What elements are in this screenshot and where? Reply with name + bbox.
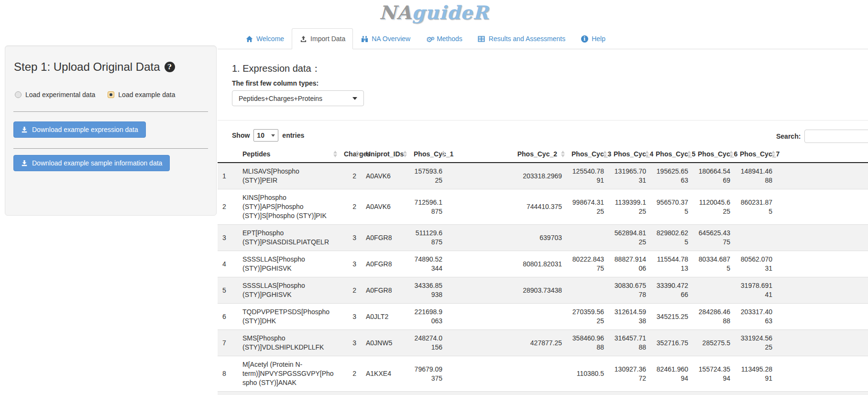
value-cell: 956570.375: [651, 189, 693, 225]
table-header-row: PeptidesChargesUniprot_IDsPhos_Cyc_1Phos…: [218, 146, 868, 163]
expression-data-table: PeptidesChargesUniprot_IDsPhos_Cyc_1Phos…: [218, 146, 868, 395]
binoculars-icon: [361, 35, 368, 43]
column-header-phos_cyc_6[interactable]: Phos_Cyc_6: [693, 146, 735, 163]
radio-checked-icon[interactable]: [108, 91, 114, 98]
question-circle-icon[interactable]: ?: [165, 62, 175, 72]
value-cell: 312614.5938: [609, 304, 651, 330]
column-header-phos_cyc_2[interactable]: Phos_Cyc_2: [447, 146, 567, 163]
peptide-cell: TQDPVPPETPSDS[Phospho (STY)]DHK: [238, 304, 339, 330]
row-number-cell: 4: [218, 251, 238, 277]
value-cell: 860231.875: [735, 189, 777, 225]
download-icon: [21, 126, 28, 133]
value-cell: 562894.8125: [609, 225, 651, 251]
table-icon: [478, 35, 485, 43]
value-cell: 427877.25: [447, 330, 567, 356]
download-example-sample-info-label: Download example sample information data: [32, 159, 162, 167]
column-header-label: Phos_Cyc_2: [517, 150, 557, 158]
value-cell: 358460.9688: [567, 330, 609, 356]
value-cell: 352716.75: [651, 330, 693, 356]
value-cell: 115544.7813: [651, 251, 693, 277]
column-header-rownum: [218, 146, 238, 163]
tab-label: Import Data: [310, 35, 345, 43]
filler-cell: [777, 163, 868, 189]
filler-cell: [777, 277, 868, 304]
table-row: 1MLISAVS[Phospho (STY)]PEIR2A0AVK6157593…: [218, 163, 868, 189]
radio-label: Load experimental data: [25, 91, 95, 99]
value-cell: 31978.69141: [735, 277, 777, 304]
column-header-uniprot_ids[interactable]: Uniprot_IDs: [361, 146, 409, 163]
table-row: 2KINS[Phospho (STY)]APS[Phospho (STY)]S[…: [218, 189, 868, 225]
value-cell: 74890.52344: [409, 251, 447, 277]
tab-label: NA Overview: [372, 35, 410, 43]
column-types-select[interactable]: Peptides+Charges+Proteins: [232, 90, 364, 106]
radio-unchecked-icon[interactable]: [15, 91, 22, 98]
value-cell: 221698.9063: [409, 304, 447, 330]
value-cell: 248274.0156: [409, 330, 447, 356]
value-cell: 829802.625: [651, 225, 693, 251]
radio-load-experimental-data[interactable]: Load experimental data: [15, 91, 95, 99]
filler-cell: [777, 189, 868, 225]
column-header-phos_cyc_7[interactable]: Phos_Cyc_7: [735, 146, 777, 163]
tab-na-overview[interactable]: NA Overview: [353, 28, 418, 49]
uniprot-id-cell: [361, 392, 409, 395]
value-cell: [447, 392, 567, 395]
uniprot-id-cell: A0AVK6: [361, 189, 409, 225]
sidebar-divider: [13, 111, 208, 112]
download-example-expression-label: Download example expression data: [32, 126, 138, 133]
row-number-cell: 8: [218, 356, 238, 392]
table-row: 5SSSSLLAS[Phospho (STY)]PGHISVK2A0FGR834…: [218, 277, 868, 304]
value-cell: 1139399.125: [609, 189, 651, 225]
value-cell: 80222.84375: [567, 251, 609, 277]
value-cell: 203317.4063: [735, 304, 777, 330]
download-example-sample-info-button[interactable]: Download example sample information data: [13, 155, 170, 171]
column-header-phos_cyc_1[interactable]: Phos_Cyc_1: [409, 146, 447, 163]
value-cell: 284286.4688: [693, 304, 735, 330]
filler-cell: [777, 251, 868, 277]
radio-label: Load example data: [118, 91, 175, 99]
peptide-cell: M[Acetyl (Protein N-term)]NPVYSPGSSGVPY[…: [238, 356, 339, 392]
column-types-label: The first few column types:: [232, 79, 319, 87]
uniprot-id-cell: A0FGR8: [361, 251, 409, 277]
value-cell: 80334.6875: [693, 251, 735, 277]
value-cell: 125540.7891: [567, 163, 609, 189]
value-cell: 30830.67578: [609, 277, 651, 304]
load-data-radio-group: Load experimental dataLoad example data: [15, 91, 175, 99]
tab-import-data[interactable]: Import Data: [292, 28, 353, 49]
tab-label: Results and Assessments: [489, 35, 565, 43]
column-header-phos_cyc_4[interactable]: Phos_Cyc_4: [609, 146, 651, 163]
value-cell: 744410.375: [447, 189, 567, 225]
column-header-phos_cyc_5[interactable]: Phos_Cyc_5: [651, 146, 693, 163]
sort-icon: [403, 151, 407, 157]
value-cell: 131965.7031: [609, 163, 651, 189]
column-header-phos_cyc_3[interactable]: Phos_Cyc_3: [567, 146, 609, 163]
peptide-cell: EPT[Phospho (STY)]PSIASDISLPIATQELR: [238, 225, 339, 251]
value-cell: 316457.7188: [609, 330, 651, 356]
tab-label: Welcome: [256, 35, 284, 43]
table-search-control: Search:: [776, 130, 868, 143]
column-header-peptides[interactable]: Peptides: [238, 146, 339, 163]
tab-label: Methods: [437, 35, 462, 43]
page-size-select[interactable]: 10: [253, 129, 278, 142]
value-cell: 157593.625: [409, 163, 447, 189]
download-example-expression-button[interactable]: Download example expression data: [13, 121, 146, 138]
search-label: Search:: [776, 132, 801, 140]
column-header-charges[interactable]: Charges: [339, 146, 361, 163]
radio-load-example-data[interactable]: Load example data: [108, 91, 175, 99]
table-row-partial: [218, 392, 868, 395]
row-number-cell: [218, 392, 238, 395]
tab-results-and-assessments[interactable]: Results and Assessments: [470, 28, 573, 49]
row-number-cell: 7: [218, 330, 238, 356]
peptide-cell: SSSSLLAS[Phospho (STY)]PGHISVK: [238, 277, 339, 304]
value-cell: 998674.3125: [567, 189, 609, 225]
tab-help[interactable]: iHelp: [573, 28, 613, 49]
row-number-cell: 2: [218, 189, 238, 225]
search-input[interactable]: [804, 130, 868, 143]
value-cell: 195625.6563: [651, 163, 693, 189]
uniprot-id-cell: A0JNW5: [361, 330, 409, 356]
tab-methods[interactable]: ⚙⚙Methods: [418, 28, 470, 49]
filler-cell: [777, 225, 868, 251]
value-cell: [693, 392, 735, 395]
table-row: 8M[Acetyl (Protein N-term)]NPVYSPGSSGVPY…: [218, 356, 868, 392]
sort-icon: [441, 151, 445, 157]
tab-welcome[interactable]: Welcome: [238, 28, 292, 49]
